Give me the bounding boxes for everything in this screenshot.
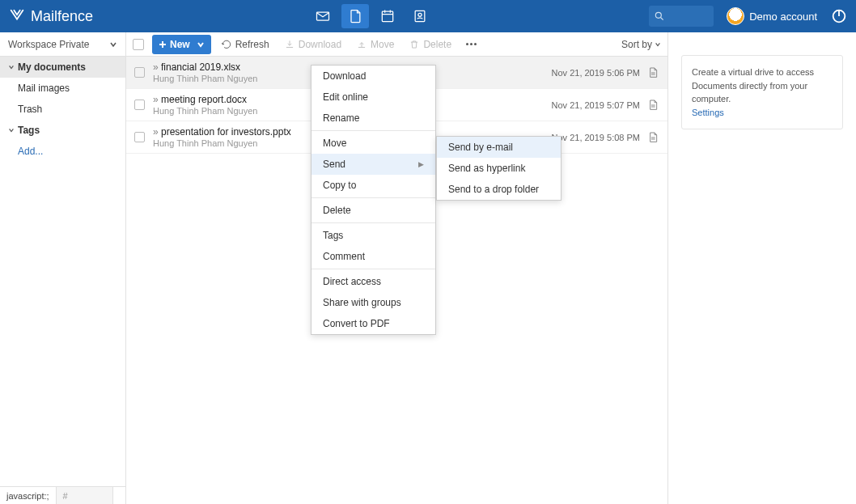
- toolbar: New Refresh Download Move Delete: [126, 32, 667, 57]
- file-type-icon: [646, 66, 659, 79]
- svg-rect-0: [316, 12, 328, 20]
- status-hash: #: [57, 487, 113, 504]
- menu-move[interactable]: Move: [311, 133, 435, 154]
- sidebar-item-tags[interactable]: Tags: [0, 120, 125, 141]
- sidebar-item-mail-images[interactable]: Mail images: [0, 78, 125, 99]
- delete-label: Delete: [423, 39, 451, 50]
- status-js: javascript:;: [0, 487, 57, 504]
- chevron-down-icon: [109, 40, 117, 49]
- sort-by-label: Sort by: [621, 39, 652, 50]
- menu-tags[interactable]: Tags: [311, 225, 435, 246]
- svg-point-4: [656, 12, 662, 18]
- submenu-send-dropfolder[interactable]: Send to a drop folder: [437, 179, 561, 200]
- header-nav: [93, 4, 649, 28]
- account-name: Demo account: [749, 11, 817, 23]
- chevron-right-icon: ▶: [418, 160, 424, 168]
- file-date: Nov 21, 2019 5:07 PM: [552, 100, 640, 110]
- menu-share-groups[interactable]: Share with groups: [311, 292, 435, 313]
- context-menu: Download Edit online Rename Move Send ▶ …: [311, 65, 436, 335]
- sidebar-item-label: My documents: [18, 61, 86, 73]
- menu-direct-access[interactable]: Direct access: [311, 271, 435, 292]
- chevron-down-icon: [655, 41, 661, 48]
- sidebar: Workspace Private My documents Mail imag…: [0, 32, 126, 504]
- nav-documents[interactable]: [341, 4, 369, 28]
- document-icon: [347, 8, 363, 24]
- menu-rename[interactable]: Rename: [311, 108, 435, 129]
- settings-link[interactable]: Settings: [692, 108, 724, 117]
- download-button[interactable]: Download: [279, 39, 346, 50]
- move-icon: [356, 39, 367, 50]
- plus-icon: [159, 40, 167, 49]
- sidebar-item-add-tag[interactable]: Add...: [0, 141, 125, 162]
- menu-edit-online[interactable]: Edit online: [311, 87, 435, 108]
- sort-by-button[interactable]: Sort by: [621, 39, 661, 50]
- sidebar-item-label: Mail images: [18, 83, 70, 94]
- right-panel: Create a virtual drive to access Documen…: [668, 32, 856, 504]
- send-submenu: Send by e-mail Send as hyperlink Send to…: [436, 136, 561, 201]
- virtual-drive-hint: Create a virtual drive to access Documen…: [681, 55, 843, 129]
- submenu-send-hyperlink[interactable]: Send as hyperlink: [437, 158, 561, 179]
- menu-download[interactable]: Download: [311, 66, 435, 87]
- nav-contacts[interactable]: [406, 4, 434, 28]
- new-button[interactable]: New: [152, 35, 211, 54]
- brand-logo[interactable]: Mailfence: [8, 7, 93, 25]
- search-icon: [654, 11, 665, 22]
- workspace-selector[interactable]: Workspace Private: [0, 32, 125, 57]
- workspace-label: Workspace Private: [8, 39, 89, 50]
- file-type-icon: [646, 131, 659, 144]
- account-menu[interactable]: Demo account: [727, 7, 817, 25]
- more-button[interactable]: [461, 43, 481, 45]
- move-button[interactable]: Move: [351, 39, 399, 50]
- trash-icon: [409, 39, 420, 50]
- sidebar-item-trash[interactable]: Trash: [0, 99, 125, 120]
- file-type-icon: [646, 99, 659, 112]
- move-label: Move: [371, 39, 394, 50]
- row-checkbox[interactable]: [134, 67, 145, 78]
- file-date: Nov 21, 2019 5:08 PM: [552, 133, 640, 142]
- main-panel: New Refresh Download Move Delete: [126, 32, 668, 504]
- chevron-down-icon: [197, 40, 205, 49]
- svg-point-3: [418, 13, 422, 16]
- header-right: Demo account: [649, 6, 848, 27]
- nav-mail[interactable]: [309, 4, 337, 28]
- contacts-icon: [412, 8, 428, 24]
- envelope-icon: [315, 8, 331, 24]
- refresh-button[interactable]: Refresh: [216, 39, 274, 50]
- refresh-icon: [221, 39, 232, 50]
- nav-calendar[interactable]: [374, 4, 401, 28]
- row-checkbox[interactable]: [134, 132, 145, 142]
- chevron-down-icon: [8, 64, 15, 70]
- sidebar-item-label: Add...: [18, 146, 43, 157]
- download-label: Download: [299, 39, 341, 50]
- submenu-send-email[interactable]: Send by e-mail: [437, 137, 561, 158]
- status-bar: javascript:; #: [0, 486, 125, 504]
- app-header: Mailfence Demo account: [0, 0, 856, 32]
- menu-delete[interactable]: Delete: [311, 200, 435, 221]
- sidebar-item-label: Trash: [18, 104, 42, 115]
- menu-copy-to[interactable]: Copy to: [311, 175, 435, 196]
- calendar-icon: [379, 8, 396, 24]
- refresh-label: Refresh: [235, 39, 269, 50]
- brand-name: Mailfence: [31, 8, 93, 25]
- download-icon: [284, 39, 295, 50]
- search-box[interactable]: [649, 6, 714, 27]
- new-button-label: New: [170, 39, 190, 50]
- menu-comment[interactable]: Comment: [311, 246, 435, 267]
- mailfence-logo-icon: [8, 7, 26, 25]
- menu-send[interactable]: Send ▶: [311, 154, 435, 175]
- row-checkbox[interactable]: [134, 100, 145, 110]
- app-body: Workspace Private My documents Mail imag…: [0, 32, 856, 504]
- search-input[interactable]: [668, 11, 709, 22]
- chevron-down-icon: [8, 127, 15, 133]
- svg-rect-1: [382, 11, 392, 22]
- menu-convert-pdf[interactable]: Convert to PDF: [311, 313, 435, 334]
- avatar-icon: [727, 7, 744, 25]
- sidebar-item-label: Tags: [18, 125, 40, 136]
- hint-text: Create a virtual drive to access Documen…: [692, 67, 814, 104]
- delete-button[interactable]: Delete: [404, 39, 456, 50]
- select-all-checkbox[interactable]: [133, 39, 144, 50]
- file-date: Nov 21, 2019 5:06 PM: [552, 68, 640, 78]
- power-icon[interactable]: [830, 7, 848, 25]
- sidebar-item-my-documents[interactable]: My documents: [0, 57, 125, 78]
